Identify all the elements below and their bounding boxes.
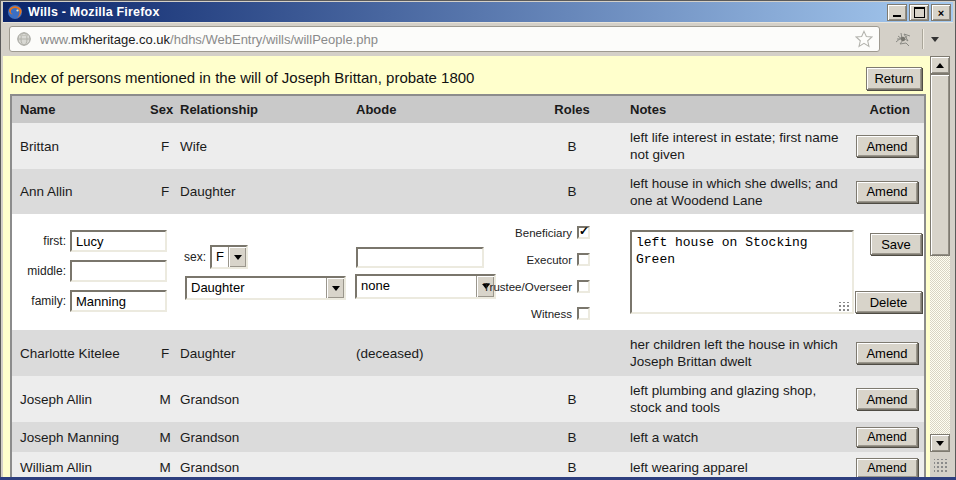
col-header-notes: Notes	[622, 97, 854, 122]
globe-icon	[16, 31, 32, 47]
close-icon: ×	[938, 7, 944, 19]
trustee-overseer-checkbox[interactable]	[577, 280, 590, 293]
url-domain: mkheritage.co.uk	[71, 32, 170, 47]
textarea-resize-grip[interactable]	[838, 302, 850, 312]
cell-sex: M	[150, 460, 180, 475]
cell-relationship: Daughter	[180, 346, 346, 361]
cell-relationship: Grandson	[180, 430, 346, 445]
cell-sex: F	[150, 184, 180, 199]
chevron-down-icon	[234, 255, 242, 260]
chevron-down-icon[interactable]	[931, 37, 939, 42]
col-header-sex: Sex	[150, 102, 180, 117]
cell-name: Charlotte Kitelee	[20, 346, 150, 361]
maximize-icon	[914, 7, 925, 18]
family-name-label: family:	[6, 294, 66, 308]
cell-notes: her children left the house in which Jos…	[622, 332, 854, 374]
col-header-relationship: Relationship	[180, 102, 346, 117]
amend-button[interactable]: Amend	[856, 181, 918, 203]
table-row: William Allin M Grandson B left wearing …	[12, 452, 924, 477]
relationship-select-arrow	[326, 278, 344, 298]
cell-abode: (deceased)	[346, 346, 522, 361]
minimize-button[interactable]	[887, 4, 907, 21]
arrow-down-icon	[936, 441, 944, 446]
amend-button[interactable]: Amend	[856, 427, 918, 447]
cell-name: Joseph Allin	[20, 392, 150, 407]
beneficiary-label: Beneficiary	[442, 227, 572, 239]
family-name-input[interactable]	[70, 290, 167, 312]
first-name-input[interactable]	[70, 230, 167, 252]
table-row: Charlotte Kitelee F Daughter (deceased) …	[12, 330, 924, 376]
cell-sex: F	[150, 139, 180, 154]
amend-button[interactable]: Amend	[856, 342, 918, 364]
cell-notes: left plumbing and glazing shop, stock an…	[622, 378, 854, 420]
table-header-row: Name Sex Relationship Abode Roles Notes …	[12, 96, 924, 123]
url-text[interactable]: www.mkheritage.co.uk/hdhs/WebEntry/wills…	[40, 32, 855, 47]
amend-button[interactable]: Amend	[856, 458, 918, 478]
cell-relationship: Daughter	[180, 184, 346, 199]
cell-roles: B	[522, 430, 622, 445]
executor-checkbox[interactable]	[577, 253, 590, 266]
cell-name: William Allin	[20, 460, 150, 475]
sex-select[interactable]: F	[210, 245, 248, 269]
cell-sex: M	[150, 430, 180, 445]
scroll-down-button[interactable]	[930, 434, 950, 452]
save-button[interactable]: Save	[870, 233, 922, 255]
resize-dots-icon	[934, 459, 948, 473]
close-button[interactable]: ×	[931, 4, 951, 21]
maximize-button[interactable]	[909, 4, 929, 21]
cell-relationship: Wife	[180, 139, 346, 154]
window-title: Wills - Mozilla Firefox	[28, 5, 160, 19]
cell-notes: left house in which she dwells; and one …	[622, 171, 854, 213]
witness-label: Witness	[442, 308, 572, 320]
sex-select-value: F	[212, 247, 228, 267]
table-row: Joseph Manning M Grandson B left a watch…	[12, 422, 924, 452]
page-content: Index of persons mentioned in the will o…	[3, 56, 930, 477]
browser-window: Wills - Mozilla Firefox × www.mkheritage…	[0, 0, 956, 480]
scroll-up-button[interactable]	[930, 56, 950, 74]
middle-name-label: middle:	[6, 264, 66, 278]
cell-sex: F	[150, 346, 180, 361]
cell-relationship: Grandson	[180, 392, 346, 407]
beneficiary-checkbox[interactable]	[577, 226, 590, 239]
cell-roles: B	[522, 139, 622, 154]
page-header: Index of persons mentioned in the will o…	[3, 56, 930, 94]
url-path: /hdhs/WebEntry/wills/willPeople.php	[170, 32, 378, 47]
cell-name: Brittan	[20, 139, 150, 154]
toolbar-separator	[922, 29, 923, 49]
vertical-scrollbar[interactable]	[930, 56, 950, 452]
amend-button[interactable]: Amend	[856, 135, 918, 157]
col-header-roles: Roles	[522, 102, 622, 117]
window-resize-grip[interactable]	[930, 453, 950, 477]
first-name-label: first:	[6, 234, 66, 248]
delete-button[interactable]: Delete	[855, 291, 922, 313]
col-header-name: Name	[20, 102, 150, 117]
relationship-select-value: Daughter	[187, 278, 326, 298]
minimize-icon	[893, 15, 901, 17]
amend-button[interactable]: Amend	[856, 388, 918, 410]
page-title: Index of persons mentioned in the will o…	[10, 69, 474, 86]
col-header-abode: Abode	[346, 102, 522, 117]
title-bar: Wills - Mozilla Firefox ×	[3, 2, 953, 22]
notes-textarea[interactable]: left house on Stocking Green	[630, 230, 854, 314]
persons-table: Name Sex Relationship Abode Roles Notes …	[10, 94, 926, 477]
url-prefix: www.	[40, 32, 71, 47]
return-button[interactable]: Return	[866, 67, 922, 90]
witness-checkbox[interactable]	[577, 307, 590, 320]
edit-person-form-row: first: middle: family: sex: F Daughter n…	[12, 214, 924, 330]
executor-label: Executor	[442, 254, 572, 266]
sex-select-arrow	[228, 247, 246, 267]
cell-name: Ann Allin	[20, 184, 150, 199]
table-row: Brittan F Wife B left life interest in e…	[12, 123, 924, 169]
trustee-overseer-label: Trustee/Overseer	[442, 281, 572, 293]
relationship-select[interactable]: Daughter	[185, 276, 346, 300]
cell-relationship: Grandson	[180, 460, 346, 475]
col-header-action: Action	[854, 102, 924, 117]
scrollbar-thumb[interactable]	[930, 74, 950, 256]
bookmark-star-icon[interactable]	[855, 30, 873, 48]
cell-roles: B	[522, 460, 622, 475]
firefox-icon	[7, 4, 23, 20]
cell-sex: M	[150, 392, 180, 407]
table-row: Ann Allin F Daughter B left house in whi…	[12, 169, 924, 214]
site-splat-icon[interactable]	[892, 28, 914, 50]
url-bar[interactable]: www.mkheritage.co.uk/hdhs/WebEntry/wills…	[9, 26, 880, 52]
